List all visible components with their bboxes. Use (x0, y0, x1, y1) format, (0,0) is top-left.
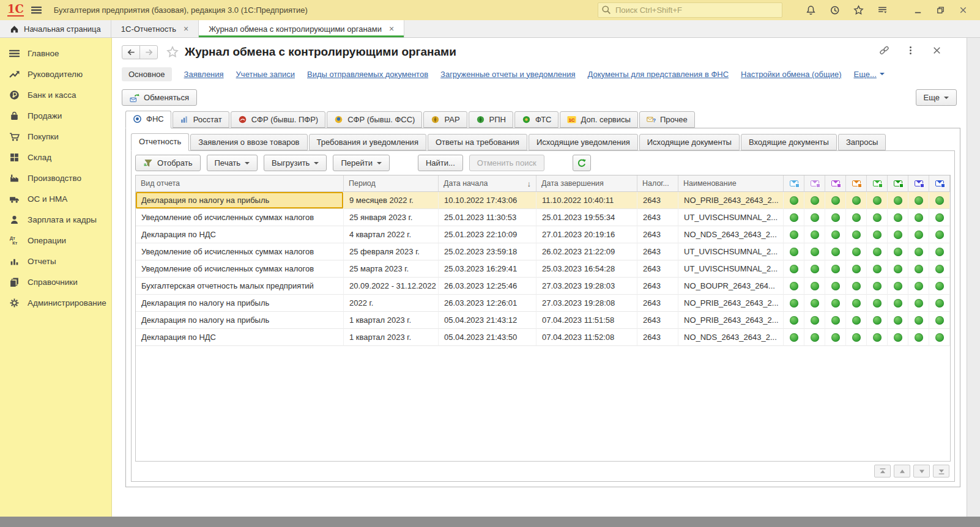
nav-link[interactable]: Основное (122, 67, 172, 81)
column-header-report-type[interactable]: Вид отчета (136, 175, 344, 192)
scroll-down-button[interactable] (913, 465, 930, 477)
main-content: Журнал обмена с контролирующими органами… (112, 38, 980, 517)
table-row[interactable]: Декларация по налогу на прибыль 2022 г. … (136, 295, 950, 312)
close-tab-icon[interactable]: × (389, 24, 394, 34)
nav-link[interactable]: Учетные записи (236, 70, 295, 79)
close-window-button[interactable] (959, 6, 968, 15)
filter-button[interactable]: Отобрать (135, 155, 201, 171)
service-menu-icon[interactable] (877, 5, 888, 15)
scroll-to-top-button[interactable] (874, 465, 891, 477)
status-column-header[interactable] (784, 175, 804, 192)
agency-tab[interactable]: СФР (бывш. ФСС) (327, 111, 422, 128)
table-row[interactable]: Уведомление об исчисленных суммах налого… (136, 260, 950, 278)
table-row[interactable]: Уведомление об исчисленных суммах налого… (136, 209, 950, 226)
global-search[interactable] (598, 2, 782, 18)
section-tab[interactable]: Требования и уведомления (309, 134, 426, 150)
agency-tab[interactable]: 1С Доп. сервисы (560, 111, 637, 128)
sidebar-item[interactable]: Продажи (0, 105, 111, 126)
status-dot-icon (811, 213, 819, 222)
status-column-header[interactable] (867, 175, 888, 192)
status-column-header[interactable] (825, 175, 846, 192)
find-button[interactable]: Найти... (418, 155, 463, 171)
agency-tab[interactable]: СФР (бывш. ПФР) (231, 111, 325, 128)
nav-link[interactable]: Документы для представления в ФНС (588, 70, 729, 79)
print-button[interactable]: Печать (207, 155, 258, 171)
column-header-end-date[interactable]: Дата завершения (536, 175, 637, 192)
more-button[interactable]: Еще (916, 89, 957, 106)
close-tab-icon[interactable]: × (184, 24, 188, 34)
sidebar-item[interactable]: Банк и касса (0, 84, 111, 105)
forward-button[interactable] (139, 45, 158, 59)
sidebar-item[interactable]: Производство (0, 168, 111, 188)
favorites-star-icon[interactable] (853, 5, 864, 15)
sidebar-item[interactable]: Справочники (0, 271, 111, 292)
scrollbar-gutter[interactable] (967, 38, 980, 517)
sidebar-item[interactable]: Отчеты (0, 251, 111, 271)
sidebar-item[interactable]: Администрирование (0, 292, 111, 313)
nav-link[interactable]: Заявления (184, 70, 224, 79)
section-tab[interactable]: Ответы на требования (428, 134, 527, 150)
scroll-to-bottom-button[interactable] (933, 465, 949, 477)
sidebar-item[interactable]: Главное (0, 43, 111, 64)
status-column-header[interactable] (888, 175, 908, 192)
agency-tab[interactable]: Росстат (173, 111, 229, 128)
column-header-period[interactable]: Период (344, 175, 439, 192)
window-tab[interactable]: 1С-Отчетность × (111, 20, 199, 37)
notifications-bell-icon[interactable] (806, 5, 816, 15)
agency-tab[interactable]: РАР (423, 111, 467, 128)
export-button[interactable]: Выгрузить (264, 155, 327, 171)
status-cell (846, 278, 867, 295)
nav-link[interactable]: Загруженные отчеты и уведомления (440, 70, 576, 79)
more-menu-icon[interactable] (905, 45, 916, 56)
sidebar-item[interactable]: Руководителю (0, 64, 111, 84)
get-link-icon[interactable] (879, 45, 889, 56)
section-tab[interactable]: Заявления о ввозе товаров (190, 134, 307, 150)
nav-link[interactable]: Настройки обмена (общие) (741, 70, 841, 79)
minimize-button[interactable] (913, 6, 922, 15)
column-header-start-date[interactable]: Дата начала↓ (439, 175, 536, 192)
window-tab[interactable]: Начальная страница (0, 20, 111, 37)
status-column-header[interactable] (846, 175, 867, 192)
scroll-up-button[interactable] (894, 465, 910, 477)
section-tab[interactable]: Входящие документы (741, 134, 837, 150)
table-row[interactable]: Бухгалтерская отчетность малых предприят… (136, 278, 950, 295)
status-column-header[interactable] (908, 175, 929, 192)
agency-tab[interactable]: РПН (469, 111, 513, 128)
goto-button[interactable]: Перейти (333, 155, 390, 171)
history-icon[interactable] (830, 5, 840, 15)
table-row[interactable]: Декларация по НДС 1 квартал 2023 г. 05.0… (136, 329, 950, 346)
main-menu-icon[interactable] (31, 5, 42, 15)
agency-tab[interactable]: ? Прочее (639, 111, 695, 128)
column-header-tax[interactable]: Налог... (637, 175, 678, 192)
status-cell (929, 295, 950, 312)
refresh-button[interactable] (573, 155, 591, 171)
section-tab[interactable]: Отчетность (131, 133, 189, 151)
cancel-search-button[interactable]: Отменить поиск (469, 155, 544, 171)
column-header-name[interactable]: Наименование (678, 175, 784, 192)
sidebar-item[interactable]: Зарплата и кадры (0, 209, 111, 230)
agency-tab[interactable]: ФТС (514, 111, 559, 128)
sidebar-item[interactable]: ДтКт Операции (0, 230, 111, 251)
back-button[interactable] (122, 45, 140, 59)
sidebar-item[interactable]: Покупки (0, 126, 111, 147)
status-column-header[interactable] (804, 175, 825, 192)
status-column-header[interactable] (929, 175, 950, 192)
section-tab[interactable]: Исходящие документы (639, 134, 740, 150)
table-row[interactable]: Декларация по налогу на прибыль 1 кварта… (136, 312, 950, 329)
restore-button[interactable] (936, 6, 945, 15)
section-tab[interactable]: Исходящие уведомления (529, 134, 638, 150)
favorite-star-icon[interactable] (166, 46, 179, 58)
sidebar-item[interactable]: Склад (0, 147, 111, 168)
table-row[interactable]: Декларация по налогу на прибыль 9 месяце… (136, 192, 950, 209)
table-row[interactable]: Декларация по НДС 4 квартал 2022 г. 25.0… (136, 226, 950, 243)
window-tab[interactable]: Журнал обмена с контролирующими органами… (199, 20, 404, 37)
section-tab[interactable]: Запросы (838, 134, 886, 150)
nav-link[interactable]: Еще... (854, 70, 885, 79)
sidebar-item[interactable]: ОС и НМА (0, 188, 111, 209)
close-page-icon[interactable] (932, 45, 942, 56)
agency-tab[interactable]: ФНС (125, 111, 171, 128)
exchange-button[interactable]: Обменяться (122, 89, 197, 106)
search-input[interactable] (614, 3, 779, 17)
nav-link[interactable]: Виды отправляемых документов (307, 70, 428, 79)
table-row[interactable]: Уведомление об исчисленных суммах налого… (136, 243, 950, 260)
